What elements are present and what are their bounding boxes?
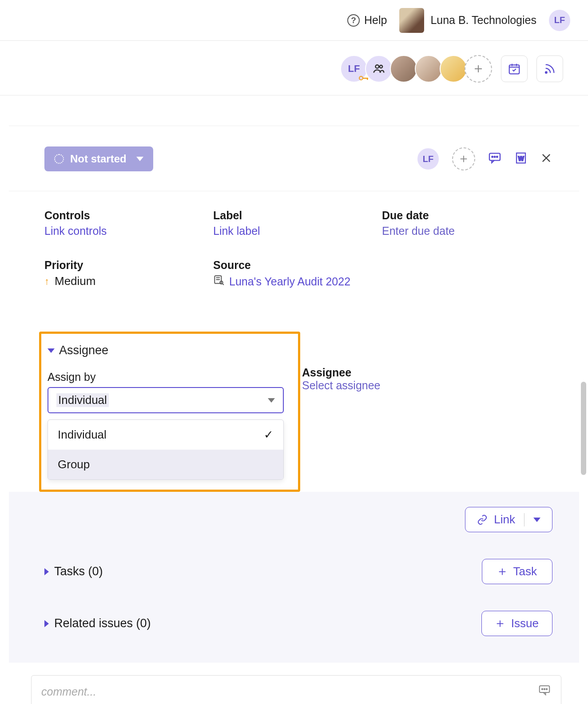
field-due-date: Due date Enter due date <box>382 209 544 237</box>
document-search-icon <box>213 274 225 289</box>
section-title: Tasks (0) <box>54 565 103 578</box>
button-label: Issue <box>511 617 539 630</box>
priority-text: Medium <box>55 274 95 288</box>
avatar-group[interactable] <box>365 55 393 83</box>
rss-button[interactable] <box>536 55 563 82</box>
fields-grid: Controls Link controls Label Link label … <box>9 191 579 316</box>
company-switcher[interactable]: Luna B. Technologies <box>399 8 536 33</box>
assignee-section-highlight: Assignee Assign by Individual Individual… <box>39 332 300 492</box>
comment-icon-button[interactable] <box>488 151 502 167</box>
option-label: Individual <box>58 428 107 442</box>
svg-point-15 <box>492 156 493 158</box>
svg-line-26 <box>222 284 224 285</box>
svg-rect-2 <box>367 78 368 80</box>
svg-text:W: W <box>518 155 524 162</box>
option-individual[interactable]: Individual ✓ <box>48 420 283 450</box>
related-section-row: Related issues (0) Issue <box>44 597 552 649</box>
field-label: Label <box>213 209 382 222</box>
avatar-user-3[interactable] <box>440 55 467 83</box>
lower-sections: Links (0) Link Tasks (0) Task <box>9 492 579 663</box>
avatar-user-1[interactable] <box>390 55 417 83</box>
priority-arrow-icon: ↑ <box>44 276 49 287</box>
comment-icon <box>488 151 502 165</box>
svg-point-3 <box>376 65 379 68</box>
calendar-button[interactable] <box>501 55 528 82</box>
svg-point-11 <box>545 71 547 73</box>
assign-by-select[interactable]: Individual <box>48 387 284 413</box>
assign-by-dropdown: Individual ✓ Group <box>48 419 284 480</box>
svg-point-0 <box>359 76 363 80</box>
field-label: Controls <box>44 209 213 222</box>
svg-point-34 <box>546 688 548 690</box>
comment-placeholder: comment... <box>41 685 96 698</box>
comment-bubble-icon <box>538 684 551 700</box>
option-group[interactable]: Group <box>48 450 283 479</box>
svg-point-16 <box>494 156 496 158</box>
status-spinner-icon <box>54 154 64 164</box>
add-issue-button[interactable]: Issue <box>481 611 552 636</box>
top-header: ? Help Luna B. Technologies LF <box>0 0 588 41</box>
field-label: Priority <box>44 259 213 272</box>
company-logo <box>399 8 424 33</box>
links-section-row: Links (0) Link <box>44 502 552 546</box>
group-icon <box>372 62 385 75</box>
enter-due-date[interactable]: Enter due date <box>382 225 544 237</box>
assign-by-label: Assign by <box>48 371 298 384</box>
related-section-toggle[interactable]: Related issues (0) <box>44 617 151 630</box>
link-controls[interactable]: Link controls <box>44 225 213 237</box>
avatar-initials: LF <box>348 63 360 75</box>
link-icon <box>477 514 488 525</box>
add-task-button[interactable]: Task <box>482 559 552 584</box>
scrollbar-thumb[interactable] <box>581 382 586 475</box>
rss-icon <box>544 63 556 75</box>
add-owner-button[interactable] <box>452 147 475 170</box>
tasks-section-toggle[interactable]: Tasks (0) <box>44 565 103 578</box>
select-assignee[interactable]: Select assignee <box>302 379 381 392</box>
assignee-section-toggle[interactable]: Assignee <box>48 344 298 357</box>
comment-input[interactable]: comment... <box>31 675 561 704</box>
field-controls: Controls Link controls <box>44 209 213 237</box>
link-label[interactable]: Link label <box>213 225 382 237</box>
plus-icon <box>497 567 507 577</box>
field-source: Source Luna's Yearly Audit 2022 <box>213 259 544 289</box>
add-participant-button[interactable] <box>465 55 492 83</box>
divider <box>524 513 524 526</box>
main-panel: Not started LF W <box>9 126 579 492</box>
caret-down-icon <box>136 157 143 161</box>
button-label: Link <box>494 513 515 526</box>
bookmark-icon-button[interactable]: W <box>514 151 528 166</box>
plus-icon <box>495 619 505 629</box>
company-name: Luna B. Technologies <box>430 14 536 27</box>
status-dropdown[interactable]: Not started <box>44 146 153 171</box>
field-label: Due date <box>382 209 544 222</box>
avatar-lf[interactable]: LF <box>340 55 368 83</box>
caret-right-icon <box>44 620 49 627</box>
caret-down-icon <box>533 518 540 522</box>
close-icon <box>540 152 552 164</box>
assign-by-value: Individual <box>56 393 109 407</box>
tasks-section-row: Tasks (0) Task <box>44 546 552 597</box>
word-document-icon: W <box>514 151 528 165</box>
panel-header: Not started LF W <box>9 126 579 191</box>
panel-owner-avatar[interactable]: LF <box>417 147 440 170</box>
plus-icon <box>473 63 484 74</box>
participants-row: LF <box>0 41 588 95</box>
caret-down-icon <box>268 398 275 403</box>
check-icon: ✓ <box>264 428 274 442</box>
button-label: Task <box>513 565 537 578</box>
svg-point-17 <box>497 156 498 158</box>
help-label: Help <box>364 14 387 27</box>
assignee-right-column: Assignee Select assignee <box>302 366 381 392</box>
link-button[interactable]: Link <box>465 507 552 532</box>
close-button[interactable] <box>540 152 552 166</box>
source-link[interactable]: Luna's Yearly Audit 2022 <box>229 275 350 288</box>
svg-point-33 <box>544 688 545 690</box>
current-user-avatar[interactable]: LF <box>549 10 570 31</box>
priority-value[interactable]: ↑ Medium <box>44 274 213 288</box>
field-priority: Priority ↑ Medium <box>44 259 213 289</box>
avatar-user-2[interactable] <box>415 55 442 83</box>
source-value[interactable]: Luna's Yearly Audit 2022 <box>213 274 544 289</box>
option-label: Group <box>58 458 90 471</box>
help-link[interactable]: ? Help <box>347 14 387 27</box>
calendar-check-icon <box>508 62 521 75</box>
